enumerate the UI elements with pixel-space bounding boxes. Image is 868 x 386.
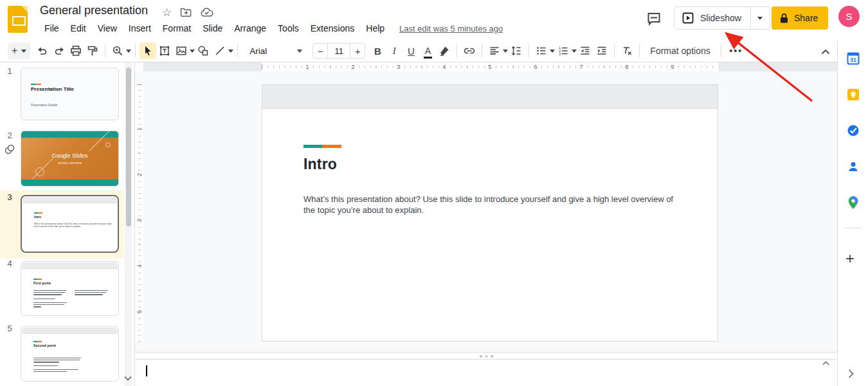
highlight-color-button[interactable]	[436, 42, 453, 59]
ruler-mark: 2	[136, 170, 143, 179]
ruler-mark: 1	[136, 125, 143, 133]
ruler-mark: 5	[487, 63, 493, 70]
italic-button[interactable]: I	[386, 42, 402, 59]
filmstrip-scrollbar-thumb[interactable]	[126, 68, 131, 226]
ruler-mark: 4	[441, 63, 447, 70]
toolbar-separator	[529, 44, 529, 57]
share-button[interactable]: Share	[772, 6, 828, 30]
get-addons-button[interactable]: +	[845, 250, 854, 268]
slideshow-button[interactable]: Slideshow	[674, 7, 750, 29]
new-slide-button[interactable]: +	[8, 42, 30, 59]
slide-number: 2	[4, 131, 15, 140]
chevron-down-icon	[21, 50, 26, 53]
text-cursor	[146, 365, 147, 376]
bulleted-list-button[interactable]	[533, 42, 555, 59]
align-button[interactable]	[486, 42, 508, 59]
comments-button[interactable]	[645, 10, 663, 28]
print-button[interactable]	[68, 42, 84, 59]
ruler-mark: 2	[350, 63, 356, 70]
svg-text:3: 3	[559, 52, 561, 56]
menu-help[interactable]: Help	[361, 22, 389, 35]
notes-resize-handle[interactable]	[135, 352, 837, 360]
last-edit-link[interactable]: Last edit was 5 minutes ago	[397, 22, 505, 35]
font-family-select[interactable]: Arial	[244, 42, 306, 59]
insert-link-button[interactable]	[461, 42, 478, 59]
vertical-ruler: 1 2 3 4 5	[135, 84, 143, 342]
slideshow-dropdown[interactable]	[750, 7, 770, 29]
paint-format-button[interactable]	[84, 42, 101, 59]
numbered-list-button[interactable]: 123	[555, 42, 577, 59]
bold-button[interactable]: B	[369, 42, 386, 59]
menu-arrange[interactable]: Arrange	[230, 22, 271, 35]
ruler-mark: 3	[136, 216, 143, 225]
document-title[interactable]: General presentation	[40, 4, 148, 17]
contacts-icon[interactable]	[846, 160, 860, 174]
side-panel: 31 +	[837, 40, 868, 386]
slide-thumbnail-2[interactable]: Google Slides service overview	[21, 131, 119, 187]
menu-tools[interactable]: Tools	[273, 22, 303, 35]
ruler-mark: 7	[578, 63, 584, 70]
decrease-indent-button[interactable]	[577, 42, 593, 59]
font-size-value[interactable]: 11	[328, 43, 350, 59]
maps-icon[interactable]	[846, 196, 860, 210]
insert-line-button[interactable]	[212, 42, 233, 59]
cloud-saved-icon[interactable]	[201, 8, 213, 17]
text-box-button[interactable]	[156, 42, 173, 59]
increase-indent-button[interactable]	[593, 42, 610, 59]
thumb1-subtitle: Presentation Subtitle	[31, 104, 84, 107]
calendar-icon[interactable]: 31	[846, 51, 860, 66]
thumb5-title: Second point	[33, 344, 78, 347]
clear-formatting-button[interactable]	[619, 42, 635, 59]
current-slide[interactable]: Intro What’s this presentation about? Us…	[262, 84, 718, 342]
notes-scroll-up-button[interactable]	[822, 361, 829, 365]
format-options-button[interactable]: Format options	[644, 46, 716, 56]
keep-icon[interactable]	[846, 87, 860, 102]
select-tool-button[interactable]	[140, 42, 156, 59]
main-toolbar: +	[0, 40, 837, 62]
slide-thumbnail-5[interactable]: Second point	[21, 326, 119, 381]
slides-app-icon[interactable]	[8, 6, 28, 33]
account-avatar[interactable]: S	[838, 6, 860, 27]
chevron-down-icon	[757, 17, 763, 20]
line-spacing-button[interactable]	[508, 42, 525, 59]
menu-view[interactable]: View	[93, 22, 122, 35]
slide-body-text[interactable]: What’s this presentation about? Use this…	[303, 194, 684, 216]
move-folder-icon[interactable]	[180, 7, 192, 17]
chevron-down-icon	[126, 50, 131, 53]
filmstrip-scroll-down-button[interactable]	[122, 372, 134, 385]
zoom-button[interactable]	[109, 42, 131, 59]
more-options-button[interactable]: •••	[725, 42, 747, 59]
slide-thumbnail-3-selected[interactable]: Intro What’s this presentation about? Us…	[21, 195, 119, 253]
chevron-down-icon	[550, 50, 555, 53]
menu-edit[interactable]: Edit	[66, 22, 91, 35]
slide-number: 4	[4, 259, 15, 268]
slide-thumbnail-4[interactable]: First point	[21, 261, 119, 316]
filmstrip-scrollbar[interactable]	[125, 62, 132, 386]
insert-shape-button[interactable]	[195, 42, 212, 59]
insert-image-button[interactable]	[173, 42, 195, 59]
text-color-button[interactable]: A	[419, 42, 436, 59]
collapse-toolbar-button[interactable]	[818, 44, 833, 59]
horizontal-ruler: 1 2 3 4 5 6 7 8 9	[135, 62, 837, 71]
slide-title-text[interactable]: Intro	[303, 156, 337, 173]
plus-icon: +	[12, 46, 17, 56]
speaker-notes-area[interactable]	[135, 360, 837, 386]
tasks-icon[interactable]	[846, 124, 860, 138]
redo-button[interactable]	[51, 42, 68, 59]
undo-button[interactable]	[34, 42, 51, 59]
decrease-font-size-button[interactable]: −	[312, 43, 328, 59]
ruler-mark: 9	[669, 63, 675, 70]
slide-thumbnail-1[interactable]: Presentation Title Presentation Subtitle	[21, 68, 119, 120]
menu-format[interactable]: Format	[158, 22, 195, 35]
increase-font-size-button[interactable]: +	[350, 43, 365, 59]
star-icon[interactable]: ☆	[162, 6, 172, 19]
ruler-mark: 1	[304, 63, 310, 70]
menu-file[interactable]: File	[40, 22, 64, 35]
editor-canvas: 1 2 3 4 5 6 7 8 9 1 2 3 4 5 Intro What’s…	[135, 62, 837, 386]
drag-handle-dots-icon	[480, 355, 493, 358]
hide-side-panel-button[interactable]	[848, 369, 854, 378]
underline-button[interactable]: U	[402, 42, 419, 59]
menu-insert[interactable]: Insert	[124, 22, 156, 35]
menu-extensions[interactable]: Extensions	[306, 22, 359, 35]
menu-slide[interactable]: Slide	[198, 22, 227, 35]
